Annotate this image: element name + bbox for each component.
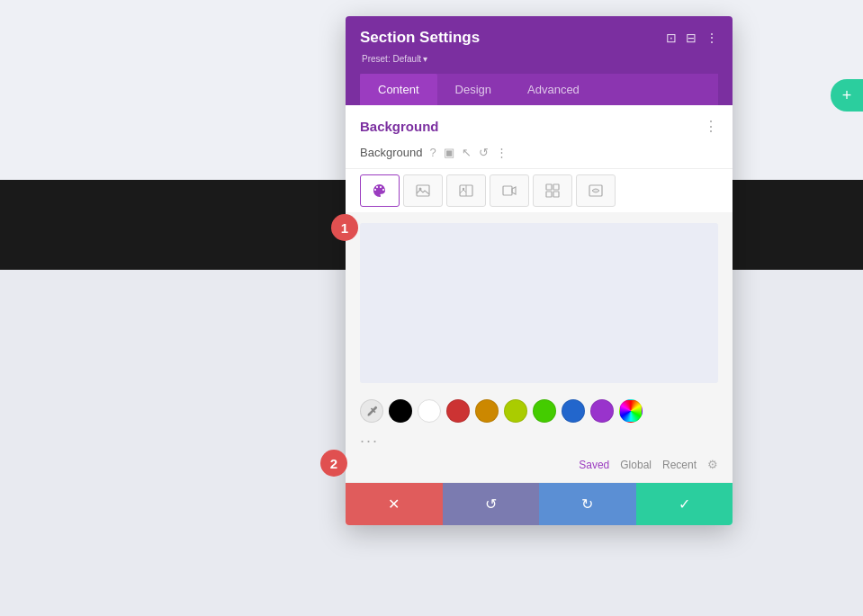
swatch-yellow-green[interactable] <box>504 399 527 423</box>
add-section-button[interactable]: + <box>831 79 863 112</box>
redo-icon: ↻ <box>581 495 593 513</box>
swatch-blue[interactable] <box>562 399 585 423</box>
tab-advanced[interactable]: Advanced <box>509 74 598 105</box>
preset-selector[interactable]: Preset: Default▾ <box>360 52 718 65</box>
redo-button[interactable]: ↻ <box>539 483 636 525</box>
section-settings-panel: Section Settings ⊡ ⊟ ⋮ Preset: Default▾ … <box>346 16 733 525</box>
swatch-black[interactable] <box>389 399 412 423</box>
bg-cursor-icon[interactable]: ↖ <box>462 146 472 159</box>
panel-footer: ✕ ↺ ↻ ✓ <box>346 482 733 525</box>
swatch-red[interactable] <box>446 399 470 423</box>
bg-controls-row: Background ? ▣ ↖ ↺ ⋮ <box>346 142 733 168</box>
swatch-rainbow[interactable] <box>619 399 643 423</box>
cancel-icon: ✕ <box>388 495 400 513</box>
swatch-green[interactable] <box>533 399 556 423</box>
more-icon[interactable]: ⋮ <box>706 31 718 45</box>
type-image-btn[interactable] <box>403 174 443 207</box>
panel-title: Section Settings <box>360 29 480 47</box>
plus-icon: + <box>842 86 852 105</box>
bg-help-icon[interactable]: ? <box>429 146 436 159</box>
panel-body: Background ⋮ Background ? ▣ ↖ ↺ ⋮ <box>346 105 733 525</box>
type-color-btn[interactable] <box>360 174 400 207</box>
svg-rect-5 <box>503 186 512 195</box>
header-icons: ⊡ ⊟ ⋮ <box>666 31 718 45</box>
section-more-icon[interactable]: ⋮ <box>704 118 718 135</box>
panel-header: Section Settings ⊡ ⊟ ⋮ Preset: Default▾ … <box>346 16 733 105</box>
global-link[interactable]: Global <box>620 459 652 471</box>
swatches-row <box>346 394 733 428</box>
tabs-row: Content Design Advanced <box>360 74 718 105</box>
background-section-header: Background ⋮ <box>346 105 733 142</box>
bg-reset-icon[interactable]: ↺ <box>479 146 489 159</box>
section-title: Background <box>360 119 439 134</box>
type-pattern-btn[interactable] <box>533 174 572 207</box>
cancel-button[interactable]: ✕ <box>346 483 443 525</box>
tab-content[interactable]: Content <box>360 74 437 105</box>
type-image2-btn[interactable] <box>446 174 486 207</box>
color-preview-area <box>360 223 718 383</box>
svg-rect-9 <box>553 192 559 197</box>
swatch-purple[interactable] <box>590 399 614 423</box>
type-video-btn[interactable] <box>490 174 529 207</box>
svg-rect-8 <box>546 192 552 197</box>
swatch-orange[interactable] <box>475 399 499 423</box>
eyedropper-swatch[interactable] <box>360 399 383 423</box>
undo-button[interactable]: ↺ <box>443 483 540 525</box>
recent-link[interactable]: Recent <box>662 459 697 471</box>
svg-rect-6 <box>546 184 552 190</box>
save-button[interactable]: ✓ <box>636 483 733 525</box>
bg-label: Background <box>360 146 422 159</box>
more-swatches-button[interactable]: ··· <box>346 428 733 458</box>
svg-rect-7 <box>553 184 559 190</box>
svg-rect-0 <box>417 185 429 196</box>
undo-icon: ↺ <box>485 495 497 513</box>
step-badge-2: 2 <box>320 450 347 477</box>
type-mask-btn[interactable] <box>576 174 616 207</box>
type-icons-row <box>346 168 733 212</box>
bg-more-icon[interactable]: ⋮ <box>496 146 508 159</box>
bg-device-icon[interactable]: ▣ <box>444 146 454 159</box>
color-settings-gear[interactable]: ⚙ <box>707 458 718 471</box>
minimize-icon[interactable]: ⊡ <box>666 31 677 45</box>
save-icon: ✓ <box>679 495 690 513</box>
saved-row: Saved Global Recent ⚙ <box>346 458 733 482</box>
swatch-white[interactable] <box>418 399 441 423</box>
split-icon[interactable]: ⊟ <box>686 31 697 45</box>
saved-link[interactable]: Saved <box>579 459 609 471</box>
tab-design[interactable]: Design <box>437 74 509 105</box>
step-badge-1: 1 <box>331 214 358 241</box>
